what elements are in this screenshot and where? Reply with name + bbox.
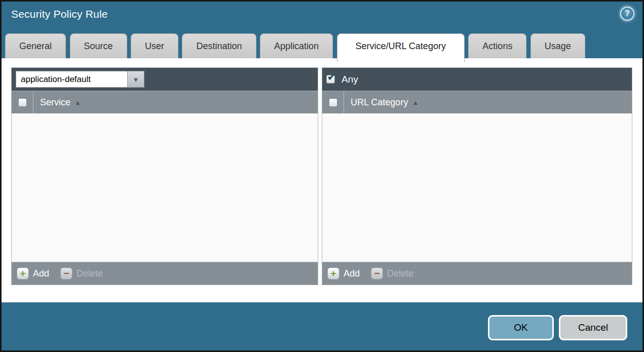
add-button-label: Add	[33, 268, 49, 279]
add-icon: +	[17, 267, 29, 280]
help-icon[interactable]: ?	[620, 7, 634, 21]
url-category-select-all-checkbox[interactable]	[329, 98, 337, 107]
service-panel-header: application-default ▼	[12, 68, 318, 91]
tab-actions[interactable]: Actions	[468, 33, 526, 58]
any-checkbox[interactable]: ✔	[326, 75, 335, 84]
any-label: Any	[342, 74, 358, 85]
page-title: Security Policy Rule	[11, 8, 108, 20]
chevron-down-icon[interactable]: ▼	[127, 71, 144, 88]
url-category-panel-header: ✔ Any	[322, 68, 632, 91]
cancel-button[interactable]: Cancel	[559, 315, 627, 340]
url-category-column-header-row: URL Category ▲	[322, 91, 632, 113]
service-panel-footer: + Add − Delete	[12, 262, 318, 285]
add-button-label: Add	[344, 268, 360, 279]
ok-button[interactable]: OK	[488, 315, 554, 340]
tab-general[interactable]: General	[5, 33, 66, 58]
url-category-select-all-cell	[322, 91, 344, 113]
add-icon: +	[327, 267, 339, 280]
service-delete-button[interactable]: − Delete	[60, 267, 103, 280]
check-icon: ✔	[327, 72, 335, 83]
tab-destination[interactable]: Destination	[182, 33, 256, 58]
security-policy-rule-dialog: Security Policy Rule ? General Source Us…	[0, 0, 644, 352]
service-type-select[interactable]: application-default ▼	[16, 71, 144, 88]
delete-icon: −	[371, 267, 383, 280]
service-panel: application-default ▼ Service ▲ + Add −	[11, 67, 318, 285]
service-add-button[interactable]: + Add	[17, 267, 49, 280]
sort-asc-icon[interactable]: ▲	[412, 99, 419, 106]
url-category-list[interactable]	[322, 113, 632, 262]
service-select-all-checkbox[interactable]	[18, 98, 27, 107]
tab-source[interactable]: Source	[70, 33, 127, 58]
url-category-panel-footer: + Add − Delete	[322, 262, 632, 285]
delete-icon: −	[60, 267, 72, 280]
url-category-column-header[interactable]: URL Category	[351, 97, 408, 108]
url-category-delete-button[interactable]: − Delete	[371, 267, 413, 280]
service-list[interactable]	[12, 113, 318, 262]
any-row: ✔ Any	[326, 74, 358, 85]
delete-button-label: Delete	[387, 268, 413, 279]
delete-button-label: Delete	[77, 268, 103, 279]
sort-asc-icon[interactable]: ▲	[74, 99, 81, 106]
service-type-select-value[interactable]: application-default	[16, 71, 127, 88]
service-column-header-row: Service ▲	[12, 91, 318, 113]
url-category-panel: ✔ Any URL Category ▲ + Add − Delet	[322, 67, 632, 285]
tab-user[interactable]: User	[131, 33, 178, 58]
service-select-all-cell	[12, 91, 33, 113]
tab-content-sheet: application-default ▼ Service ▲ + Add −	[2, 58, 642, 302]
url-category-add-button[interactable]: + Add	[327, 267, 360, 280]
tab-application[interactable]: Application	[260, 33, 333, 58]
tab-usage[interactable]: Usage	[531, 33, 585, 58]
tab-service-url-category[interactable]: Service/URL Category	[337, 33, 465, 62]
service-column-header[interactable]: Service	[40, 97, 70, 108]
